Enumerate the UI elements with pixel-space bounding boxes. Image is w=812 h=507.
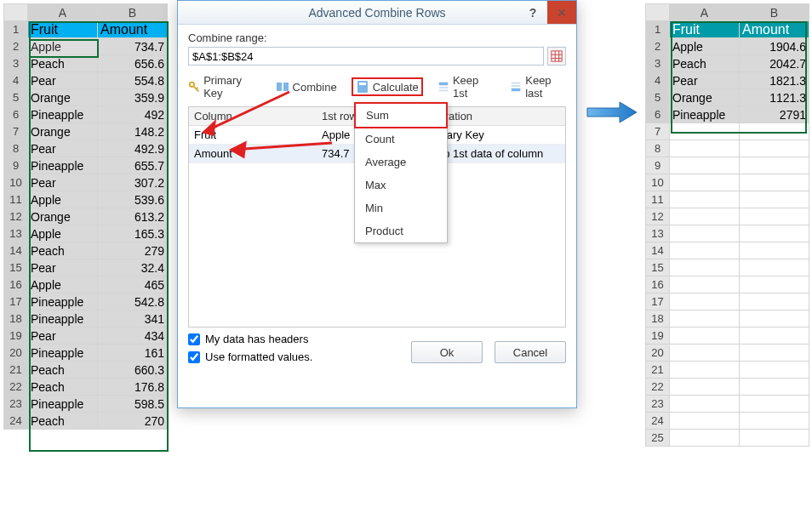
- row-header[interactable]: 4: [646, 72, 670, 89]
- keep-last-button[interactable]: Keep last: [510, 74, 566, 100]
- row-header[interactable]: 9: [4, 157, 28, 174]
- table-row[interactable]: 15: [646, 259, 809, 276]
- table-row[interactable]: 4Pear1821.3: [646, 72, 809, 89]
- row-header[interactable]: 16: [4, 276, 28, 293]
- range-picker-button[interactable]: [547, 47, 566, 66]
- row-header[interactable]: 7: [4, 123, 28, 140]
- row-header[interactable]: 20: [4, 345, 28, 362]
- table-row[interactable]: 11Apple539.6: [4, 191, 168, 208]
- row-header[interactable]: 9: [646, 157, 670, 174]
- row-header[interactable]: 8: [4, 140, 28, 157]
- row-header[interactable]: 10: [646, 174, 670, 191]
- row-header[interactable]: 2: [646, 38, 670, 55]
- table-row[interactable]: 13Apple165.3: [4, 225, 168, 242]
- table-row[interactable]: 17: [646, 293, 809, 310]
- dropdown-item-max[interactable]: Max: [355, 174, 447, 197]
- row-header[interactable]: 17: [4, 293, 28, 310]
- row-header[interactable]: 22: [646, 379, 670, 396]
- row-header[interactable]: 19: [646, 328, 670, 345]
- table-row[interactable]: 25: [646, 430, 809, 447]
- row-header[interactable]: 11: [646, 191, 670, 208]
- table-row[interactable]: 18: [646, 310, 809, 328]
- table-row[interactable]: 20: [646, 345, 809, 362]
- row-header[interactable]: 23: [4, 396, 28, 413]
- table-row[interactable]: 8: [646, 140, 809, 157]
- table-row[interactable]: 12: [646, 208, 809, 225]
- dropdown-item-min[interactable]: Min: [355, 197, 447, 219]
- combine-range-input[interactable]: [188, 47, 544, 66]
- row-header[interactable]: 17: [646, 293, 670, 310]
- row-header[interactable]: 18: [646, 310, 670, 328]
- row-header[interactable]: 5: [646, 89, 670, 106]
- row-header[interactable]: 4: [4, 72, 28, 89]
- row-header[interactable]: 13: [4, 225, 28, 242]
- table-row[interactable]: 3Peach2042.7: [646, 55, 809, 72]
- table-row[interactable]: 10Pear307.2: [4, 174, 168, 191]
- row-header[interactable]: 2: [4, 38, 28, 55]
- row-header[interactable]: 6: [4, 106, 28, 123]
- table-row[interactable]: 8Pear492.9: [4, 140, 168, 157]
- table-row[interactable]: 7Orange148.2: [4, 123, 168, 140]
- table-row[interactable]: 16Apple465: [4, 276, 168, 293]
- row-header[interactable]: 3: [4, 55, 28, 72]
- row-header[interactable]: 10: [4, 174, 28, 191]
- dialog-titlebar[interactable]: Advanced Combine Rows ? ×: [178, 1, 576, 25]
- col-header-B[interactable]: B: [740, 4, 809, 21]
- row-header[interactable]: 24: [646, 413, 670, 430]
- headers-checkbox[interactable]: My data has headers: [188, 333, 312, 345]
- row-header[interactable]: 6: [646, 106, 670, 123]
- table-row[interactable]: 6Pineapple492: [4, 106, 168, 123]
- keep-first-button[interactable]: Keep 1st: [437, 74, 491, 100]
- row-header[interactable]: 21: [646, 362, 670, 379]
- row-header[interactable]: 15: [646, 259, 670, 276]
- row-header[interactable]: 7: [646, 123, 670, 140]
- row-header[interactable]: 12: [646, 208, 670, 225]
- row-header[interactable]: 15: [4, 259, 28, 276]
- row-header[interactable]: 1: [4, 21, 28, 38]
- row-header[interactable]: 8: [646, 140, 670, 157]
- table-row[interactable]: 11: [646, 191, 809, 208]
- row-header[interactable]: 14: [4, 242, 28, 259]
- row-header[interactable]: 12: [4, 208, 28, 225]
- formatted-checkbox[interactable]: Use formatted values.: [188, 350, 312, 363]
- table-row[interactable]: 17Pineapple542.8: [4, 293, 168, 310]
- table-row[interactable]: 14: [646, 242, 809, 259]
- row-header[interactable]: 25: [646, 430, 670, 447]
- headers-checkbox-input[interactable]: [188, 333, 200, 345]
- table-row[interactable]: 19: [646, 328, 809, 345]
- table-row[interactable]: 24: [646, 413, 809, 430]
- table-row[interactable]: 5Orange359.9: [4, 89, 168, 106]
- dropdown-item-sum[interactable]: Sum: [354, 102, 448, 128]
- row-header[interactable]: 18: [4, 310, 28, 328]
- close-button[interactable]: ×: [547, 1, 576, 24]
- row-header[interactable]: 22: [4, 379, 28, 396]
- table-row[interactable]: 9Pineapple655.7: [4, 157, 168, 174]
- table-row[interactable]: 21Peach660.3: [4, 362, 168, 379]
- spreadsheet-left[interactable]: AB1FruitAmount2Apple734.73Peach656.64Pea…: [3, 3, 168, 430]
- table-row[interactable]: 12Orange613.2: [4, 208, 168, 225]
- table-row[interactable]: 10: [646, 174, 809, 191]
- table-row[interactable]: 22Peach176.8: [4, 379, 168, 396]
- table-row[interactable]: 2Apple734.7: [4, 38, 168, 55]
- table-row[interactable]: 6Pineapple2791: [646, 106, 809, 123]
- formatted-checkbox-input[interactable]: [188, 351, 200, 363]
- table-row[interactable]: 13: [646, 225, 809, 242]
- calculate-button[interactable]: Calculate: [352, 77, 423, 96]
- col-header-A[interactable]: A: [28, 4, 98, 21]
- table-row[interactable]: 21: [646, 362, 809, 379]
- table-row[interactable]: 24Peach270: [4, 413, 168, 430]
- dropdown-item-count[interactable]: Count: [355, 128, 447, 151]
- table-row[interactable]: 9: [646, 157, 809, 174]
- ok-button[interactable]: Ok: [411, 341, 483, 363]
- table-row[interactable]: 7: [646, 123, 809, 140]
- row-header[interactable]: 16: [646, 276, 670, 293]
- row-header[interactable]: 13: [646, 225, 670, 242]
- row-header[interactable]: 14: [646, 242, 670, 259]
- row-header[interactable]: 11: [4, 191, 28, 208]
- cancel-button[interactable]: Cancel: [495, 341, 566, 363]
- dropdown-item-product[interactable]: Product: [355, 219, 447, 242]
- table-row[interactable]: 23Pineapple598.5: [4, 396, 168, 413]
- row-header[interactable]: 24: [4, 413, 28, 430]
- table-row[interactable]: 23: [646, 396, 809, 413]
- table-row[interactable]: 18Pineapple341: [4, 310, 168, 328]
